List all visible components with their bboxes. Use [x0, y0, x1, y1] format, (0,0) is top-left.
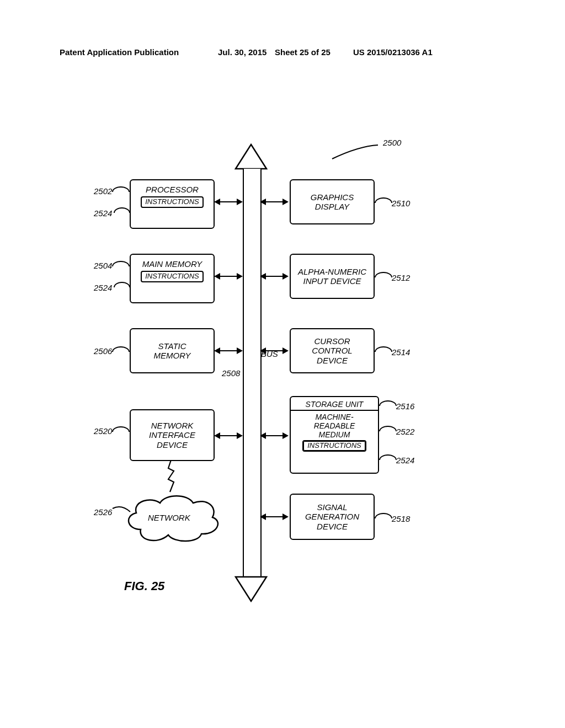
- ref-instructions-1: 2524: [94, 208, 112, 218]
- arc-instr-2: [114, 282, 130, 287]
- label-processor: PROCESSOR: [146, 185, 199, 194]
- label-instructions-2: INSTRUCTIONS: [145, 272, 199, 280]
- label-storage-unit: STORAGE UNIT: [306, 400, 364, 409]
- label-static-memory: STATIC MEMORY: [154, 341, 191, 361]
- arc-cursor-control: [375, 346, 392, 352]
- ref-instructions-2: 2524: [94, 283, 112, 292]
- box-input-device: ALPHA-NUMERIC INPUT DEVICE: [290, 254, 375, 299]
- label-network-interface: NETWORK INTERFACE DEVICE: [149, 421, 195, 449]
- arc-instr-1: [114, 207, 130, 213]
- arc-signal-generation: [375, 513, 392, 518]
- ref-signal-generation: 2518: [392, 514, 410, 523]
- ref-graphics-display: 2510: [392, 199, 410, 208]
- figure-25: 2500 BUS 2508 PROCESSOR INSTRUCTIONS 250…: [94, 138, 447, 596]
- arc-network: [111, 506, 131, 517]
- box-instructions-3: INSTRUCTIONS: [302, 440, 366, 452]
- arc-storage-unit: [379, 400, 397, 406]
- figure-label: FIG. 25: [124, 579, 164, 593]
- arc-input-device: [375, 272, 392, 277]
- arc-processor: [112, 186, 130, 192]
- arc-mrm: [379, 426, 397, 431]
- wireless-link-icon: [166, 460, 177, 493]
- ref-cursor-control: 2514: [392, 347, 410, 357]
- ref-overall: 2500: [383, 138, 401, 147]
- label-instructions-3: INSTRUCTIONS: [307, 441, 361, 449]
- label-main-memory: MAIN MEMORY: [142, 259, 202, 269]
- box-processor: PROCESSOR INSTRUCTIONS: [130, 179, 215, 229]
- bus-shaft: [243, 169, 262, 577]
- ref-processor: 2502: [94, 186, 112, 196]
- ref-mrm: 2522: [396, 427, 414, 436]
- label-input-device: ALPHA-NUMERIC INPUT DEVICE: [298, 267, 366, 286]
- box-storage-unit: STORAGE UNIT MACHINE- READABLE MEDIUM IN…: [290, 396, 379, 474]
- label-cursor-control: CURSOR CONTROL DEVICE: [312, 336, 352, 365]
- header-date: Jul. 30, 2015: [218, 47, 266, 57]
- box-graphics-display: GRAPHICS DISPLAY: [290, 179, 375, 224]
- label-mrm: MACHINE- READABLE MEDIUM: [314, 413, 355, 439]
- ref-storage-unit: 2516: [396, 402, 414, 411]
- box-main-memory: MAIN MEMORY INSTRUCTIONS: [130, 254, 215, 303]
- label-instructions-1: INSTRUCTIONS: [145, 197, 199, 206]
- label-network: NETWORK: [148, 513, 190, 522]
- arc-instr-3: [379, 454, 397, 460]
- ref-static-memory: 2506: [94, 346, 112, 356]
- arc-static-memory: [112, 346, 130, 352]
- label-signal-generation: SIGNAL GENERATION DEVICE: [305, 502, 359, 531]
- ref-network: 2526: [94, 507, 112, 517]
- leader-overall: [331, 143, 381, 160]
- header-pubno: US 2015/0213036 A1: [353, 47, 433, 57]
- label-graphics-display: GRAPHICS DISPLAY: [311, 192, 354, 212]
- bus-arrow-up: [234, 143, 268, 170]
- arc-main-memory: [112, 261, 130, 266]
- arc-graphics-display: [375, 197, 392, 203]
- ref-input-device: 2512: [392, 273, 410, 282]
- ref-instructions-3: 2524: [396, 456, 414, 465]
- header-sheet: Sheet 25 of 25: [275, 47, 331, 57]
- bus-arrow-down: [234, 576, 268, 602]
- header-publication: Patent Application Publication: [60, 47, 179, 57]
- box-mrm: MACHINE- READABLE MEDIUM INSTRUCTIONS: [291, 410, 378, 452]
- ref-network-interface: 2520: [94, 426, 112, 436]
- box-network-interface: NETWORK INTERFACE DEVICE: [130, 409, 215, 461]
- arc-network-interface: [112, 426, 130, 432]
- ref-bus: 2508: [222, 368, 240, 378]
- ref-main-memory: 2504: [94, 261, 112, 270]
- box-instructions-2: INSTRUCTIONS: [141, 271, 204, 282]
- box-cursor-control: CURSOR CONTROL DEVICE: [290, 328, 375, 373]
- box-instructions-1: INSTRUCTIONS: [141, 196, 204, 208]
- svg-marker-1: [236, 577, 266, 601]
- svg-marker-0: [236, 144, 266, 169]
- box-static-memory: STATIC MEMORY: [130, 328, 215, 373]
- box-signal-generation: SIGNAL GENERATION DEVICE: [290, 494, 375, 540]
- page: Patent Application Publication Jul. 30, …: [0, 0, 565, 728]
